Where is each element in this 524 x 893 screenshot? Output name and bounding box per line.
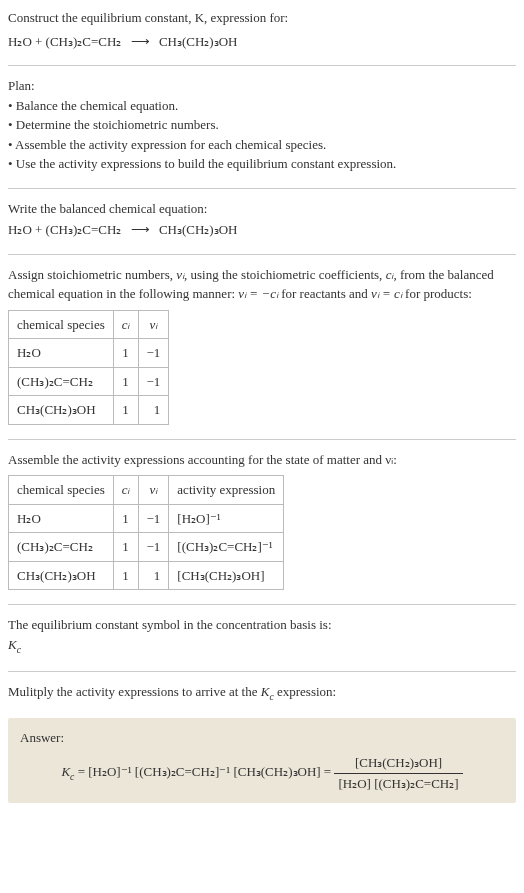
col-nui: νᵢ xyxy=(138,476,169,505)
plan-item: Determine the stoichiometric numbers. xyxy=(8,115,516,135)
nu-i: νᵢ xyxy=(176,267,184,282)
cell-activity: [(CH₃)₂C=CH₂]⁻¹ xyxy=(169,533,284,562)
stoich-desc: Assign stoichiometric numbers, νᵢ, using… xyxy=(8,265,516,304)
divider xyxy=(8,439,516,440)
kc-inline: Kc xyxy=(261,684,274,699)
cell-ci: 1 xyxy=(113,396,138,425)
eq-rhs: CH₃(CH₂)₃OH xyxy=(159,222,238,237)
col-species: chemical species xyxy=(9,310,114,339)
table-row: (CH₃)₂C=CH₂ 1 −1 [(CH₃)₂C=CH₂]⁻¹ xyxy=(9,533,284,562)
cell-ci: 1 xyxy=(113,339,138,368)
eq-lhs: H₂O + (CH₃)₂C=CH₂ xyxy=(8,34,121,49)
cell-nui: −1 xyxy=(138,367,169,396)
intro-equation: H₂O + (CH₃)₂C=CH₂ ⟶ CH₃(CH₂)₃OH xyxy=(8,32,516,52)
desc-text: for products: xyxy=(402,286,472,301)
plan-list: Balance the chemical equation. Determine… xyxy=(8,96,516,174)
multiply-text: Mulitply the activity expressions to arr… xyxy=(8,684,261,699)
cell-ci: 1 xyxy=(113,367,138,396)
stoich-table: chemical species cᵢ νᵢ H₂O 1 −1 (CH₃)₂C=… xyxy=(8,310,169,425)
desc-text: Assign stoichiometric numbers, xyxy=(8,267,176,282)
table-row: CH₃(CH₂)₃OH 1 1 xyxy=(9,396,169,425)
eq-mid: = [H₂O]⁻¹ [(CH₃)₂C=CH₂]⁻¹ [CH₃(CH₂)₃OH] … xyxy=(74,764,334,779)
cell-ci: 1 xyxy=(113,561,138,590)
balanced-section: Write the balanced chemical equation: H₂… xyxy=(8,199,516,240)
plan-item: Assemble the activity expression for eac… xyxy=(8,135,516,155)
reaction-arrow-icon: ⟶ xyxy=(125,220,156,240)
rel1: νᵢ = −cᵢ xyxy=(238,286,278,301)
cell-nui: 1 xyxy=(138,396,169,425)
col-ci: cᵢ xyxy=(113,310,138,339)
col-species: chemical species xyxy=(9,476,114,505)
cell-species: (CH₃)₂C=CH₂ xyxy=(9,367,114,396)
cell-species: CH₃(CH₂)₃OH xyxy=(9,396,114,425)
multiply-text2: expression: xyxy=(274,684,336,699)
fraction: [CH₃(CH₂)₃OH] [H₂O] [(CH₃)₂C=CH₂] xyxy=(334,753,462,793)
plan-item: Balance the chemical equation. xyxy=(8,96,516,116)
desc-text: , using the stoichiometric coefficients, xyxy=(184,267,386,282)
col-nui: νᵢ xyxy=(138,310,169,339)
plan-section: Plan: Balance the chemical equation. Det… xyxy=(8,76,516,174)
cell-nui: −1 xyxy=(138,533,169,562)
cell-ci: 1 xyxy=(113,533,138,562)
answer-label: Answer: xyxy=(20,728,504,748)
kc-symbol: Kc xyxy=(61,764,74,779)
divider xyxy=(8,671,516,672)
answer-box: Answer: Kc = [H₂O]⁻¹ [(CH₃)₂C=CH₂]⁻¹ [CH… xyxy=(8,718,516,804)
balanced-equation: H₂O + (CH₃)₂C=CH₂ ⟶ CH₃(CH₂)₃OH xyxy=(8,220,516,240)
table-header-row: chemical species cᵢ νᵢ activity expressi… xyxy=(9,476,284,505)
cell-species: H₂O xyxy=(9,504,114,533)
divider xyxy=(8,65,516,66)
plan-item: Use the activity expressions to build th… xyxy=(8,154,516,174)
multiply-section: Mulitply the activity expressions to arr… xyxy=(8,682,516,704)
table-header-row: chemical species cᵢ νᵢ xyxy=(9,310,169,339)
kc-symbol: Kc xyxy=(8,635,516,657)
cell-activity: [H₂O]⁻¹ xyxy=(169,504,284,533)
activity-section: Assemble the activity expressions accoun… xyxy=(8,450,516,591)
cell-species: H₂O xyxy=(9,339,114,368)
fraction-numerator: [CH₃(CH₂)₃OH] xyxy=(334,753,462,773)
stoich-section: Assign stoichiometric numbers, νᵢ, using… xyxy=(8,265,516,425)
desc-text: for reactants and xyxy=(278,286,371,301)
col-ci: cᵢ xyxy=(113,476,138,505)
table-row: (CH₃)₂C=CH₂ 1 −1 xyxy=(9,367,169,396)
construct-text: Construct the equilibrium constant, K, e… xyxy=(8,8,516,28)
cell-nui: −1 xyxy=(138,504,169,533)
divider xyxy=(8,254,516,255)
divider xyxy=(8,188,516,189)
table-row: H₂O 1 −1 xyxy=(9,339,169,368)
col-activity: activity expression xyxy=(169,476,284,505)
cell-nui: −1 xyxy=(138,339,169,368)
cell-species: (CH₃)₂C=CH₂ xyxy=(9,533,114,562)
answer-equation: Kc = [H₂O]⁻¹ [(CH₃)₂C=CH₂]⁻¹ [CH₃(CH₂)₃O… xyxy=(20,753,504,793)
activity-title: Assemble the activity expressions accoun… xyxy=(8,450,516,470)
balanced-title: Write the balanced chemical equation: xyxy=(8,199,516,219)
cell-ci: 1 xyxy=(113,504,138,533)
reaction-arrow-icon: ⟶ xyxy=(125,32,156,52)
symbol-text: The equilibrium constant symbol in the c… xyxy=(8,615,516,635)
plan-title: Plan: xyxy=(8,76,516,96)
fraction-denominator: [H₂O] [(CH₃)₂C=CH₂] xyxy=(334,773,462,794)
divider xyxy=(8,604,516,605)
eq-rhs: CH₃(CH₂)₃OH xyxy=(159,34,238,49)
table-row: H₂O 1 −1 [H₂O]⁻¹ xyxy=(9,504,284,533)
eq-lhs: H₂O + (CH₃)₂C=CH₂ xyxy=(8,222,121,237)
rel2: νᵢ = cᵢ xyxy=(371,286,402,301)
cell-nui: 1 xyxy=(138,561,169,590)
cell-activity: [CH₃(CH₂)₃OH] xyxy=(169,561,284,590)
intro-section: Construct the equilibrium constant, K, e… xyxy=(8,8,516,51)
activity-table: chemical species cᵢ νᵢ activity expressi… xyxy=(8,475,284,590)
symbol-section: The equilibrium constant symbol in the c… xyxy=(8,615,516,657)
cell-species: CH₃(CH₂)₃OH xyxy=(9,561,114,590)
table-row: CH₃(CH₂)₃OH 1 1 [CH₃(CH₂)₃OH] xyxy=(9,561,284,590)
